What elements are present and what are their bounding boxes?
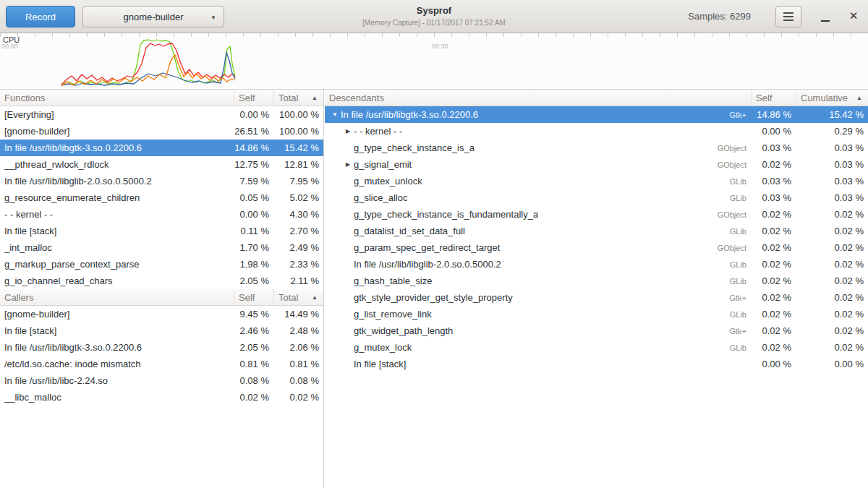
- descendants-table: ▼ In file /usr/lib/libgtk-3.so.0.2200.6 …: [325, 106, 868, 372]
- menu-button[interactable]: [775, 6, 801, 27]
- table-row[interactable]: g_hash_table_size GLib 0.02 % 0.02 %: [325, 273, 868, 289]
- cumulative-value: 0.03 %: [796, 142, 868, 153]
- self-value: 7.59 %: [234, 176, 273, 187]
- descendant-name: g_type_check_instance_is_fundamentally_a: [354, 209, 538, 220]
- table-row[interactable]: g_param_spec_get_redirect_target GObject…: [325, 239, 868, 256]
- table-row[interactable]: ▶ - - kernel - - 0.00 % 0.29 %: [325, 123, 868, 140]
- library-tag: GLib: [700, 227, 751, 236]
- table-row[interactable]: __libc_malloc 0.02 % 0.02 %: [0, 389, 323, 406]
- cumulative-column-header[interactable]: Cumulative ▲: [796, 90, 868, 106]
- table-row[interactable]: ▶ g_signal_emit GObject 0.02 % 0.03 %: [325, 156, 868, 173]
- expander-icon[interactable]: ▼: [329, 111, 341, 118]
- descendant-name: - - kernel - -: [354, 126, 402, 137]
- self-value: 0.05 %: [234, 192, 273, 203]
- function-name: - - kernel - -: [4, 209, 234, 220]
- callers-column-header[interactable]: Callers: [0, 289, 234, 306]
- time-label-start: 00:00: [1, 43, 18, 50]
- table-row[interactable]: g_type_check_instance_is_fundamentally_a…: [325, 206, 868, 223]
- function-name: __pthread_rwlock_rdlock: [4, 159, 234, 170]
- self-value: 1.70 %: [234, 242, 273, 253]
- self-value: 0.02 %: [751, 325, 796, 336]
- left-pane: Functions Self Total ▲ [Everything] 0.00…: [0, 90, 324, 488]
- self-value: 1.98 %: [234, 259, 273, 270]
- table-row[interactable]: gtk_widget_path_length Gtk+ 0.02 % 0.02 …: [325, 322, 868, 339]
- table-row[interactable]: ▼ In file /usr/lib/libgtk-3.so.0.2200.6 …: [325, 106, 868, 123]
- table-row[interactable]: __pthread_rwlock_rdlock 12.75 % 12.81 %: [0, 156, 323, 173]
- table-row[interactable]: In file /usr/lib/libglib-2.0.so.0.5000.2…: [325, 256, 868, 273]
- record-button[interactable]: Record: [6, 6, 75, 27]
- cpu-timeline[interactable]: CPU 00:00 00:30: [0, 33, 868, 90]
- expander-icon[interactable]: ▶: [342, 161, 354, 168]
- self-value: 26.51 %: [234, 126, 273, 137]
- total-value: 2.70 %: [273, 226, 323, 236]
- descendants-column-header[interactable]: Descendants: [325, 90, 751, 106]
- table-row[interactable]: In file /usr/lib/libc-2.24.so 0.08 % 0.0…: [0, 372, 323, 389]
- library-tag: GLib: [700, 310, 751, 319]
- descendant-name: g_mutex_lock: [354, 342, 412, 353]
- table-row[interactable]: /etc/ld.so.cache: inode mismatch 0.81 % …: [0, 356, 323, 372]
- library-tag: GObject: [700, 160, 751, 169]
- table-row[interactable]: g_resource_enumerate_children 0.05 % 5.0…: [0, 189, 323, 206]
- descendant-name: g_datalist_id_set_data_full: [354, 226, 465, 236]
- self-value: 0.02 %: [751, 309, 796, 320]
- table-row[interactable]: In file [stack] 0.11 % 2.70 %: [0, 223, 323, 239]
- total-value: 2.11 %: [273, 275, 323, 286]
- cumulative-value: 0.02 %: [796, 209, 868, 220]
- self-value: 0.02 %: [751, 275, 796, 286]
- table-row[interactable]: g_mutex_unlock GLib 0.03 % 0.03 %: [325, 173, 868, 189]
- table-row[interactable]: gtk_style_provider_get_style_property Gt…: [325, 289, 868, 306]
- self-value: 0.00 %: [234, 109, 273, 120]
- descendant-name: gtk_style_provider_get_style_property: [354, 292, 513, 303]
- page-title: Sysprof: [217, 5, 651, 16]
- table-row[interactable]: In file /usr/lib/libglib-2.0.so.0.5000.2…: [0, 173, 323, 189]
- self-column-header[interactable]: Self: [751, 90, 796, 106]
- self-column-header[interactable]: Self: [234, 289, 273, 306]
- table-row[interactable]: g_type_check_instance_is_a GObject 0.03 …: [325, 140, 868, 156]
- self-column-header[interactable]: Self: [234, 90, 273, 106]
- headerbar: Record gnome-builder ▼ Sysprof [Memory C…: [0, 0, 868, 33]
- table-row[interactable]: - - kernel - - 0.00 % 4.30 %: [0, 206, 323, 223]
- process-selector-dropdown[interactable]: gnome-builder ▼: [82, 6, 224, 27]
- table-row[interactable]: In file /usr/lib/libgtk-3.so.0.2200.6 2.…: [0, 339, 323, 356]
- descendant-name: g_slice_alloc: [354, 192, 407, 203]
- table-row[interactable]: In file [stack] 0.00 % 0.00 %: [325, 356, 868, 372]
- descendants-header: Descendants Self Cumulative ▲: [325, 90, 868, 106]
- table-row[interactable]: [Everything] 0.00 % 100.00 %: [0, 106, 323, 123]
- table-row[interactable]: g_markup_parse_context_parse 1.98 % 2.33…: [0, 256, 323, 273]
- table-row[interactable]: [gnome-builder] 26.51 % 100.00 %: [0, 123, 323, 140]
- self-value: 9.45 %: [234, 309, 273, 320]
- library-tag: GLib: [700, 194, 751, 202]
- self-value: 12.75 %: [234, 159, 273, 170]
- table-row[interactable]: [gnome-builder] 9.45 % 14.49 %: [0, 306, 323, 322]
- sort-ascending-icon: ▲: [312, 294, 319, 301]
- table-row[interactable]: g_list_remove_link GLib 0.02 % 0.02 %: [325, 306, 868, 322]
- self-value: 0.00 %: [751, 359, 796, 369]
- total-column-header[interactable]: Total ▲: [273, 289, 323, 306]
- total-column-header[interactable]: Total ▲: [273, 90, 323, 106]
- table-row[interactable]: g_slice_alloc GLib 0.03 % 0.03 %: [325, 189, 868, 206]
- cumulative-value: 0.02 %: [796, 292, 868, 303]
- functions-header: Functions Self Total ▲: [0, 90, 323, 106]
- table-row[interactable]: g_io_channel_read_chars 2.05 % 2.11 %: [0, 273, 323, 289]
- self-value: 0.02 %: [751, 226, 796, 236]
- total-value: 14.49 %: [273, 309, 323, 320]
- table-row[interactable]: In file [stack] 2.46 % 2.48 %: [0, 322, 323, 339]
- self-value: 0.02 %: [234, 392, 273, 403]
- table-row[interactable]: _int_malloc 1.70 % 2.49 %: [0, 239, 323, 256]
- minimize-button[interactable]: [819, 10, 832, 23]
- close-button[interactable]: ✕: [846, 9, 861, 23]
- self-value: 2.05 %: [234, 342, 273, 353]
- descendant-name: g_type_check_instance_is_a: [354, 142, 475, 153]
- self-value: 0.03 %: [751, 142, 796, 153]
- table-row[interactable]: g_datalist_id_set_data_full GLib 0.02 % …: [325, 223, 868, 239]
- descendant-name: In file /usr/lib/libgtk-3.so.0.2200.6: [341, 109, 478, 120]
- cumulative-value: 0.03 %: [796, 159, 868, 170]
- library-tag: GLib: [700, 277, 751, 286]
- expander-icon[interactable]: ▶: [342, 128, 354, 134]
- functions-column-header[interactable]: Functions: [0, 90, 234, 106]
- table-row[interactable]: g_mutex_lock GLib 0.02 % 0.02 %: [325, 339, 868, 356]
- table-row[interactable]: In file /usr/lib/libgtk-3.so.0.2200.6 14…: [0, 140, 323, 156]
- self-value: 0.81 %: [234, 359, 273, 369]
- caller-name: __libc_malloc: [4, 392, 234, 403]
- library-tag: GLib: [700, 177, 751, 186]
